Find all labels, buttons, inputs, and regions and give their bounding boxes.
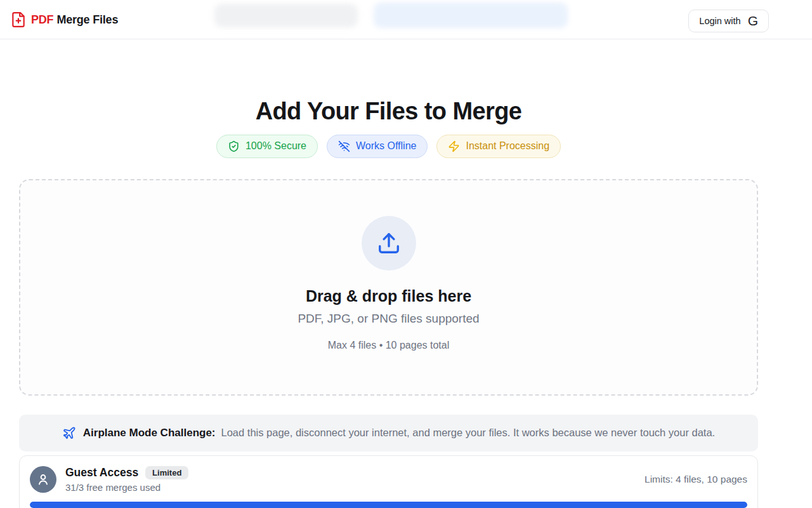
nav-placeholder-skeleton-blue <box>374 3 568 28</box>
dropzone-title: Drag & drop files here <box>306 287 471 305</box>
badge-offline-label: Works Offline <box>356 140 416 152</box>
merge-progress-track <box>30 502 747 508</box>
nav-placeholder-skeleton <box>214 4 358 27</box>
banner-description: Load this page, disconnect your internet… <box>221 427 716 439</box>
header: PDFMerge Files Login with G <box>0 0 812 39</box>
shield-check-icon <box>228 140 240 152</box>
file-plus-icon <box>10 11 27 28</box>
guest-access-panel: Guest Access Limited 31/3 free merges us… <box>19 455 758 508</box>
airplane-mode-banner: Airplane Mode Challenge: Load this page,… <box>19 415 758 451</box>
guest-name: Guest Access <box>65 466 138 479</box>
airplane-icon <box>62 426 83 440</box>
brand-logo[interactable]: PDFMerge Files <box>10 0 118 39</box>
merge-progress-fill <box>30 502 747 508</box>
brand-name: PDFMerge Files <box>31 13 118 27</box>
badge-instant-label: Instant Processing <box>466 140 549 152</box>
guest-usage: 31/3 free merges used <box>65 482 188 493</box>
lightning-icon <box>448 140 460 152</box>
brand-name-suffix: Merge Files <box>56 13 118 26</box>
guest-limits: Limits: 4 files, 10 pages <box>645 474 747 485</box>
feature-badges: 100% Secure Works Offline <box>19 135 758 158</box>
upload-icon-circle <box>362 216 416 271</box>
guest-info: Guest Access Limited 31/3 free merges us… <box>65 466 188 493</box>
google-g-icon: G <box>748 14 758 27</box>
brand-name-prefix: PDF <box>31 13 53 26</box>
main-content: Add Your Files to Merge 100% Secure <box>19 98 758 508</box>
dropzone-limit-note: Max 4 files • 10 pages total <box>328 340 449 351</box>
wifi-off-icon <box>338 140 350 152</box>
login-button-label: Login with <box>699 16 740 26</box>
login-with-google-button[interactable]: Login with G <box>688 10 769 32</box>
banner-label: Airplane Mode Challenge: <box>83 427 216 439</box>
badge-offline: Works Offline <box>327 135 428 158</box>
badge-instant: Instant Processing <box>436 135 561 158</box>
file-dropzone[interactable]: Drag & drop files here PDF, JPG, or PNG … <box>19 179 758 396</box>
user-icon <box>36 472 51 487</box>
guest-access-row: Guest Access Limited 31/3 free merges us… <box>30 466 747 493</box>
upload-icon <box>377 231 401 255</box>
avatar <box>30 466 56 493</box>
page-title: Add Your Files to Merge <box>19 98 758 126</box>
badge-secure-label: 100% Secure <box>246 140 306 152</box>
dropzone-subtitle: PDF, JPG, or PNG files supported <box>298 312 479 326</box>
limited-badge: Limited <box>145 466 188 479</box>
badge-secure: 100% Secure <box>216 135 318 158</box>
